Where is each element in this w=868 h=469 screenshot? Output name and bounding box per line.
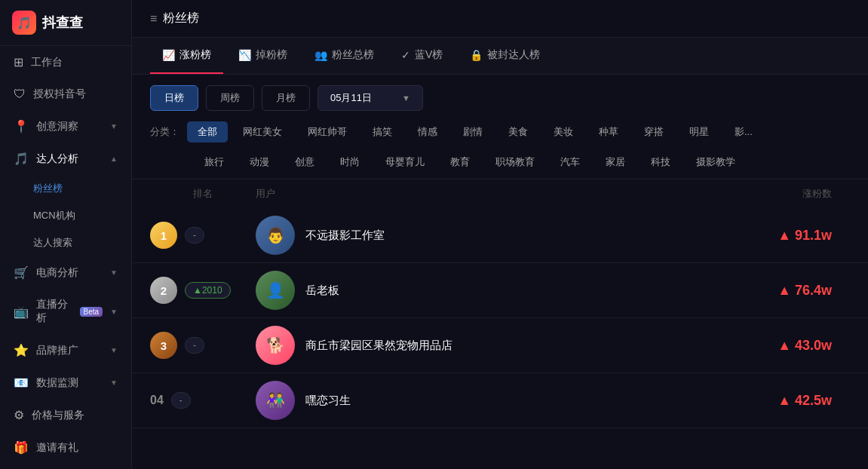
sidebar-item-label: 达人分析 xyxy=(36,152,78,166)
avatar: 👫 xyxy=(256,381,295,420)
cat-fashion[interactable]: 穿搭 xyxy=(633,121,674,143)
tab-drop[interactable]: 📉 掉粉榜 xyxy=(226,38,299,74)
fans-count: ▲ 42.5w xyxy=(778,393,832,408)
rank-badge: - xyxy=(171,392,191,409)
badge-text: - xyxy=(193,340,196,351)
sidebar-item-pricing[interactable]: ⚙ 价格与服务 xyxy=(0,399,131,431)
sidebar-item-auth[interactable]: 🛡 授权抖音号 xyxy=(0,78,131,110)
sidebar-item-live[interactable]: 📺 直播分析 Beta ▼ xyxy=(0,289,131,334)
table-header: 排名 用户 涨粉数 xyxy=(132,179,868,208)
sidebar-item-label: 数据监测 xyxy=(36,376,78,390)
cat-style[interactable]: 时尚 xyxy=(330,152,370,173)
badge-text: ▲2010 xyxy=(193,285,222,296)
cat-all[interactable]: 全部 xyxy=(187,121,228,143)
category-row-2: 旅行 动漫 创意 时尚 母婴育儿 教育 职场教育 汽车 家居 科技 摄影教学 xyxy=(176,152,868,179)
rank-medal-bronze: 3 xyxy=(150,332,177,359)
header-rank: 排名 xyxy=(150,187,256,201)
tab-label: 被封达人榜 xyxy=(487,48,540,62)
user-column: 👤 岳老板 xyxy=(256,271,729,310)
cat-more[interactable]: 影... xyxy=(724,121,763,143)
logo-area: 🎵 抖查查 xyxy=(0,0,131,46)
tab-total[interactable]: 👥 粉丝总榜 xyxy=(302,38,386,74)
cat-travel[interactable]: 旅行 xyxy=(194,152,235,173)
user-name: 岳老板 xyxy=(305,284,339,298)
total-icon: 👥 xyxy=(314,49,327,61)
cat-parenting[interactable]: 母婴育儿 xyxy=(375,152,435,173)
cat-tech[interactable]: 科技 xyxy=(640,152,681,173)
fans-column: ▲ 42.5w xyxy=(729,393,850,409)
cat-anime[interactable]: 动漫 xyxy=(239,152,280,173)
sidebar-item-label: 邀请有礼 xyxy=(36,441,78,455)
sidebar-item-monitor[interactable]: 📧 数据监测 ▼ xyxy=(0,366,131,399)
lock-icon: 🔒 xyxy=(470,49,483,61)
user-column: 🐕 商丘市梁园区果然宠物用品店 xyxy=(256,326,729,365)
sidebar-item-brand[interactable]: ⭐ 品牌推广 ▼ xyxy=(0,334,131,366)
fans-column: ▲ 76.4w xyxy=(729,283,850,299)
sidebar-item-search[interactable]: 达人搜索 xyxy=(0,229,131,256)
weekly-button[interactable]: 周榜 xyxy=(206,85,254,111)
tab-locked[interactable]: 🔒 被封达人榜 xyxy=(458,38,552,74)
table-row[interactable]: 04 - 👫 嘿恋习生 ▲ 42.5w xyxy=(132,373,868,428)
rank-medal-silver: 2 xyxy=(150,277,177,304)
rank-column: 1 - xyxy=(150,222,256,249)
cat-beauty[interactable]: 网红美女 xyxy=(232,121,293,143)
tab-rise[interactable]: 📈 涨粉榜 xyxy=(150,38,223,74)
sidebar-item-ecommerce[interactable]: 🛒 电商分析 ▼ xyxy=(0,256,131,289)
cat-education[interactable]: 教育 xyxy=(440,152,480,173)
cat-home[interactable]: 家居 xyxy=(595,152,636,173)
table-row[interactable]: 1 - 👨 不远摄影工作室 ▲ 91.1w xyxy=(132,208,868,263)
avatar-icon: 🐕 xyxy=(266,336,285,354)
cat-creative[interactable]: 创意 xyxy=(284,152,325,173)
date-value: 05月11日 xyxy=(330,91,372,105)
rank-column: 3 - xyxy=(150,332,256,359)
beta-badge: Beta xyxy=(80,307,103,317)
user-name: 商丘市梁园区果然宠物用品店 xyxy=(305,339,452,353)
header-user: 用户 xyxy=(256,187,729,201)
avatar-icon: 👫 xyxy=(266,391,285,409)
sidebar-item-invite[interactable]: 🎁 邀请有礼 xyxy=(0,431,131,464)
cat-grass[interactable]: 种草 xyxy=(588,121,629,143)
rank-column: 2 ▲2010 xyxy=(150,277,256,304)
sidebar-item-label: 创意洞察 xyxy=(36,120,78,133)
sidebar-item-insight[interactable]: 📍 创意洞察 ▼ xyxy=(0,110,131,143)
sidebar-item-workspace[interactable]: ⊞ 工作台 xyxy=(0,46,131,78)
tab-label: 掉粉榜 xyxy=(256,48,287,62)
table-row[interactable]: 2 ▲2010 👤 岳老板 ▲ 76.4w xyxy=(132,263,868,318)
header-fans: 涨粉数 xyxy=(729,187,850,201)
page-header: ≡ 粉丝榜 xyxy=(132,0,868,38)
sidebar-item-label: 品牌推广 xyxy=(36,344,78,357)
main-content: ≡ 粉丝榜 📈 涨粉榜 📉 掉粉榜 👥 粉丝总榜 ✓ 蓝V榜 🔒 被封达人榜 日… xyxy=(132,0,868,469)
rise-icon: 📈 xyxy=(162,49,175,61)
table-row[interactable]: 3 - 🐕 商丘市梁园区果然宠物用品店 ▲ 43.0w xyxy=(132,318,868,373)
cat-food[interactable]: 美食 xyxy=(498,121,538,143)
sidebar-item-creator[interactable]: 🎵 达人分析 ▲ xyxy=(0,143,131,175)
cat-makeup[interactable]: 美妆 xyxy=(543,121,584,143)
cat-photo[interactable]: 摄影教学 xyxy=(686,152,746,173)
insight-icon: 📍 xyxy=(14,119,29,133)
cat-funny[interactable]: 搞笑 xyxy=(362,121,403,143)
invite-icon: 🎁 xyxy=(14,440,29,455)
daily-button[interactable]: 日榜 xyxy=(150,85,198,111)
date-dropdown[interactable]: 05月11日 ▼ xyxy=(317,85,423,111)
tab-bluev[interactable]: ✓ 蓝V榜 xyxy=(389,38,455,74)
tab-label: 蓝V榜 xyxy=(415,48,443,62)
cat-celeb[interactable]: 明星 xyxy=(679,121,719,143)
cat-drama[interactable]: 剧情 xyxy=(452,121,493,143)
avatar-icon: 👨 xyxy=(266,226,285,244)
cat-career[interactable]: 职场教育 xyxy=(485,152,545,173)
badge-text: - xyxy=(193,230,196,241)
fans-count: ▲ 76.4w xyxy=(778,283,832,298)
sidebar-item-fans[interactable]: 粉丝榜 xyxy=(0,175,131,202)
user-name: 不远摄影工作室 xyxy=(305,228,385,243)
monthly-button[interactable]: 月榜 xyxy=(262,85,310,111)
fans-count: ▲ 43.0w xyxy=(778,338,832,353)
sidebar-item-label: 直播分析 xyxy=(36,298,69,325)
avatar: 🐕 xyxy=(256,326,295,365)
rank-badge: - xyxy=(185,227,204,244)
cat-emotion[interactable]: 情感 xyxy=(407,121,448,143)
cat-car[interactable]: 汽车 xyxy=(550,152,590,173)
rank-number: 1 xyxy=(161,229,167,242)
cat-handsome[interactable]: 网红帅哥 xyxy=(297,121,357,143)
fans-column: ▲ 91.1w xyxy=(729,228,850,244)
sidebar-item-mcn[interactable]: MCN机构 xyxy=(0,202,131,229)
